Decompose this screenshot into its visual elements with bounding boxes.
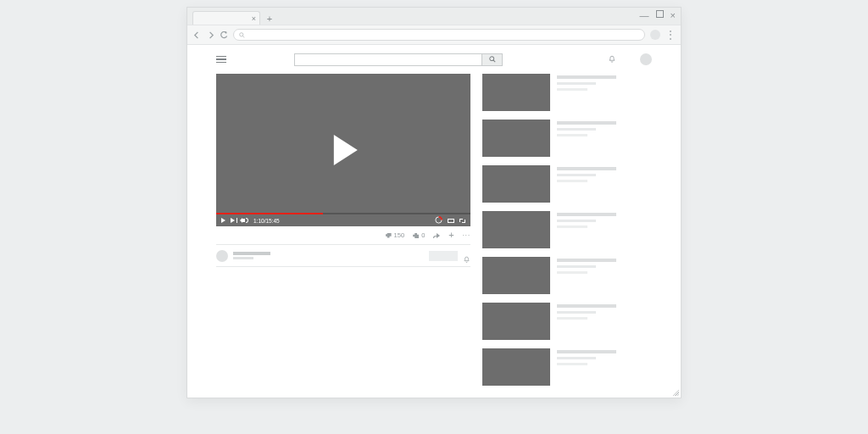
video-title-placeholder xyxy=(557,167,616,170)
video-meta xyxy=(557,348,616,386)
channel-avatar[interactable] xyxy=(216,250,228,262)
hamburger-menu-button[interactable] xyxy=(216,56,226,64)
search-input[interactable] xyxy=(294,53,482,66)
video-thumbnail[interactable] xyxy=(482,348,550,386)
recommendation-item[interactable] xyxy=(482,348,652,386)
channel-notifications-button[interactable] xyxy=(463,252,470,259)
recommendations-list xyxy=(482,74,652,386)
url-input[interactable] xyxy=(233,29,645,41)
channel-row xyxy=(216,245,470,267)
video-thumbnail[interactable] xyxy=(482,74,550,111)
recommendation-item[interactable] xyxy=(482,303,652,340)
dislike-button[interactable]: 0 xyxy=(413,231,425,239)
theater-mode-button[interactable] xyxy=(448,219,454,223)
new-tab-button[interactable]: + xyxy=(264,13,275,25)
video-thumbnail[interactable] xyxy=(482,120,550,157)
recommendation-item[interactable] xyxy=(482,74,652,111)
recommendation-item[interactable] xyxy=(482,120,652,157)
video-player[interactable]: 1:10/15:45 xyxy=(216,74,470,226)
video-views-placeholder xyxy=(557,317,587,320)
channel-meta-placeholder xyxy=(233,257,253,259)
video-meta xyxy=(557,257,616,294)
video-channel-placeholder xyxy=(557,82,596,86)
profile-chip[interactable] xyxy=(650,30,660,40)
video-channel-placeholder xyxy=(557,128,596,131)
site-header xyxy=(216,45,652,74)
video-views-placeholder xyxy=(557,363,587,365)
video-meta xyxy=(557,165,616,203)
volume-button[interactable] xyxy=(240,218,248,223)
address-bar: ⋮ xyxy=(187,25,681,45)
video-thumbnail[interactable] xyxy=(482,165,550,203)
video-title-placeholder xyxy=(557,75,616,79)
resize-grip[interactable] xyxy=(670,387,679,396)
reload-icon xyxy=(220,31,228,39)
like-button[interactable]: 150 xyxy=(386,231,405,239)
video-title-placeholder xyxy=(557,304,616,308)
notifications-button[interactable] xyxy=(608,52,616,67)
video-meta xyxy=(557,303,616,340)
page-content: 1:10/15:45 150 xyxy=(187,45,681,386)
video-views-placeholder xyxy=(557,225,587,228)
close-tab-icon[interactable]: × xyxy=(252,14,256,23)
arrow-right-icon xyxy=(207,31,214,39)
svg-line-3 xyxy=(492,60,494,62)
play-icon[interactable] xyxy=(334,135,358,165)
recommendation-item[interactable] xyxy=(482,165,652,203)
video-channel-placeholder xyxy=(557,220,596,223)
reload-button[interactable] xyxy=(220,31,228,39)
next-button[interactable] xyxy=(231,218,235,223)
video-meta xyxy=(557,211,616,248)
minimize-icon[interactable]: — xyxy=(640,10,649,20)
recommendation-item[interactable] xyxy=(482,211,652,248)
svg-point-0 xyxy=(240,32,243,36)
main-content: 1:10/15:45 150 xyxy=(216,74,652,386)
video-thumbnail[interactable] xyxy=(482,211,550,248)
video-views-placeholder xyxy=(557,271,587,274)
svg-line-1 xyxy=(242,36,244,37)
video-thumbnail[interactable] xyxy=(482,257,550,294)
video-views-placeholder xyxy=(557,134,587,136)
recommendation-item[interactable] xyxy=(482,257,652,294)
video-meta xyxy=(557,120,616,157)
play-button[interactable] xyxy=(221,218,225,223)
video-channel-placeholder xyxy=(557,174,596,177)
browser-menu-button[interactable]: ⋮ xyxy=(665,30,676,40)
more-actions-button[interactable]: ··· xyxy=(463,231,470,239)
thumb-up-icon xyxy=(386,233,392,238)
video-column: 1:10/15:45 150 xyxy=(216,74,470,386)
like-count: 150 xyxy=(394,231,405,239)
channel-text xyxy=(233,252,270,259)
autoplay-toggle[interactable] xyxy=(435,216,442,225)
forward-button[interactable] xyxy=(206,31,214,39)
subscribe-button[interactable] xyxy=(429,251,458,261)
browser-tab[interactable]: × xyxy=(192,11,260,25)
video-channel-placeholder xyxy=(557,311,596,314)
maximize-icon[interactable] xyxy=(656,10,664,18)
browser-window: × + — × ⋮ xyxy=(186,7,682,398)
search-button[interactable] xyxy=(482,53,503,66)
video-title-placeholder xyxy=(557,121,616,125)
back-button[interactable] xyxy=(192,31,201,39)
site-search xyxy=(294,53,503,66)
tab-strip: × + — × xyxy=(187,8,681,25)
video-thumbnail[interactable] xyxy=(482,303,550,340)
video-title-placeholder xyxy=(557,259,616,262)
share-button[interactable] xyxy=(433,233,440,238)
user-avatar[interactable] xyxy=(640,53,652,65)
fullscreen-button[interactable] xyxy=(459,219,465,223)
player-controls: 1:10/15:45 xyxy=(216,214,470,226)
video-channel-placeholder xyxy=(557,357,596,360)
video-channel-placeholder xyxy=(557,265,596,269)
add-to-playlist-button[interactable]: + xyxy=(448,231,453,240)
search-icon xyxy=(239,32,245,38)
plus-icon: + xyxy=(267,14,272,24)
search-icon xyxy=(489,56,496,63)
svg-point-2 xyxy=(489,57,493,61)
hamburger-icon xyxy=(216,56,226,58)
window-controls: — × xyxy=(640,10,676,20)
channel-name-placeholder xyxy=(233,252,270,255)
video-title-placeholder xyxy=(557,213,616,216)
close-window-icon[interactable]: × xyxy=(670,10,676,20)
video-title-placeholder xyxy=(557,350,616,353)
